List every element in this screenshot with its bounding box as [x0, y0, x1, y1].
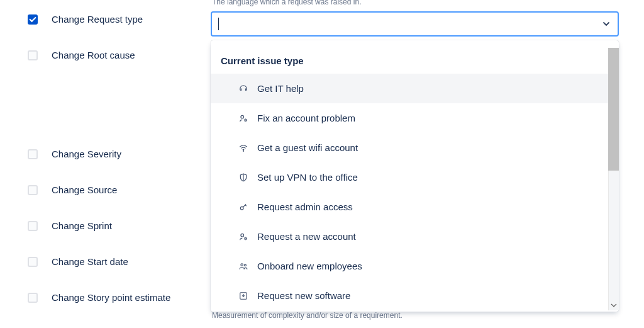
- headset-icon: [238, 84, 248, 94]
- dropdown-item-new-account[interactable]: Request a new account: [211, 222, 619, 251]
- checkbox-empty-icon[interactable]: [28, 293, 38, 303]
- dropdown-header: Current issue type: [211, 48, 619, 74]
- main-panel: The language which a request was raised …: [211, 0, 644, 328]
- checkbox-empty-icon[interactable]: [28, 50, 38, 60]
- checklist-label: Change Source: [52, 184, 117, 195]
- checklist-item-sprint[interactable]: Change Sprint: [28, 220, 211, 231]
- key-icon: [238, 202, 248, 212]
- checklist-item-request-type[interactable]: Change Request type: [28, 14, 211, 25]
- dropdown-item-new-software[interactable]: Request new software: [211, 281, 619, 310]
- svg-point-2: [243, 150, 243, 151]
- helper-text-bottom: Measurement of complexity and/or size of…: [211, 311, 402, 320]
- user-gear-icon: [238, 232, 248, 242]
- dropdown-item-label: Onboard new employees: [257, 261, 362, 271]
- checklist-item-severity[interactable]: Change Severity: [28, 149, 211, 159]
- checkbox-empty-icon[interactable]: [28, 185, 38, 195]
- dropdown-item-label: Get IT help: [257, 83, 304, 94]
- checkbox-empty-icon[interactable]: [28, 149, 38, 159]
- checkbox-empty-icon[interactable]: [28, 257, 38, 267]
- checkbox-checked-icon[interactable]: [28, 14, 38, 25]
- checklist-label: Change Story point estimate: [52, 292, 170, 303]
- dropdown-item-get-it-help[interactable]: Get IT help: [211, 74, 619, 103]
- checklist-label: Change Sprint: [52, 220, 112, 231]
- dropdown-item-vpn[interactable]: Set up VPN to the office: [211, 162, 619, 192]
- svg-point-4: [241, 234, 244, 237]
- sidebar: Change Request type Change Root cause Ch…: [0, 0, 211, 328]
- chevron-down-icon[interactable]: [601, 19, 611, 29]
- dropdown-item-label: Request new software: [257, 290, 350, 301]
- dropdown-item-onboard[interactable]: Onboard new employees: [211, 251, 619, 281]
- people-icon: [238, 261, 248, 271]
- checklist-label: Change Start date: [52, 256, 128, 267]
- scrollbar-thumb[interactable]: [608, 48, 619, 171]
- svg-point-5: [245, 237, 246, 239]
- svg-point-6: [241, 263, 243, 266]
- svg-point-0: [241, 115, 244, 118]
- checkbox-empty-icon[interactable]: [28, 221, 38, 231]
- text-cursor: [218, 18, 219, 30]
- scroll-down-icon[interactable]: [608, 300, 619, 310]
- shield-icon: [238, 172, 248, 183]
- dropdown-item-fix-account[interactable]: Fix an account problem: [211, 103, 619, 133]
- scrollbar-track[interactable]: [608, 48, 619, 310]
- svg-point-3: [240, 206, 243, 210]
- checklist-item-start-date[interactable]: Change Start date: [28, 256, 211, 267]
- svg-point-1: [245, 119, 246, 120]
- user-gear-icon: [238, 113, 248, 123]
- svg-point-7: [244, 264, 246, 266]
- wifi-icon: [238, 143, 248, 153]
- helper-text-top: The language which a request was raised …: [211, 0, 619, 6]
- checklist-item-source[interactable]: Change Source: [28, 184, 211, 195]
- checklist-label: Change Severity: [52, 149, 121, 159]
- checklist-label: Change Request type: [52, 14, 143, 25]
- checklist-label: Change Root cause: [52, 50, 135, 60]
- request-type-dropdown: Current issue type Get IT help Fix an ac…: [211, 40, 619, 312]
- dropdown-item-label: Request a new account: [257, 231, 356, 242]
- dropdown-item-guest-wifi[interactable]: Get a guest wifi account: [211, 133, 619, 162]
- checklist-item-root-cause[interactable]: Change Root cause: [28, 50, 211, 60]
- checklist-item-story-point[interactable]: Change Story point estimate: [28, 292, 211, 303]
- download-box-icon: [238, 291, 248, 301]
- dropdown-item-label: Set up VPN to the office: [257, 172, 358, 183]
- dropdown-item-admin-access[interactable]: Request admin access: [211, 192, 619, 222]
- dropdown-item-label: Request admin access: [257, 201, 353, 212]
- dropdown-item-label: Fix an account problem: [257, 113, 355, 123]
- dropdown-item-label: Get a guest wifi account: [257, 142, 358, 153]
- request-type-select[interactable]: [211, 11, 619, 37]
